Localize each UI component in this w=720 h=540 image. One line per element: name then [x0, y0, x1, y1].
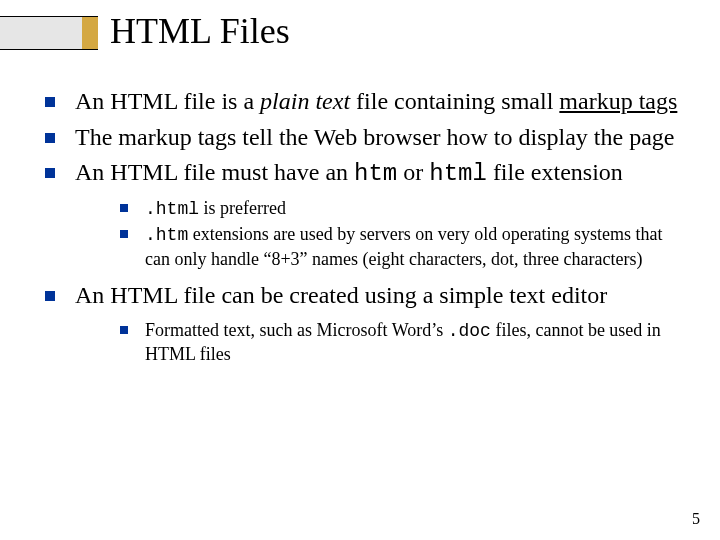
slide-body: An HTML file is a plain text file contai…	[35, 85, 685, 374]
text: An HTML file must have an	[75, 159, 354, 185]
text: is preferred	[199, 198, 286, 218]
sub-bullet-3-1: .html is preferred	[75, 197, 685, 221]
underline-markup-tags: markup tags	[559, 88, 677, 114]
title-bar-decoration	[0, 16, 82, 50]
text: An HTML file is a	[75, 88, 260, 114]
bullet-2: The markup tags tell the Web browser how…	[35, 121, 685, 155]
code-htm: htm	[354, 160, 397, 187]
code-dot-htm: .htm	[145, 225, 188, 245]
slide-title: HTML Files	[110, 10, 290, 52]
bullet-3: An HTML file must have an htm or html fi…	[35, 156, 685, 271]
bullet-1: An HTML file is a plain text file contai…	[35, 85, 685, 119]
page-number: 5	[692, 510, 700, 528]
text: or	[397, 159, 429, 185]
sub-bullet-4-1: Formatted text, such as Microsoft Word’s…	[75, 319, 685, 367]
text: file extension	[487, 159, 623, 185]
bullet-4: An HTML file can be created using a simp…	[35, 279, 685, 366]
title-accent-decoration	[82, 16, 98, 50]
text: Formatted text, such as Microsoft Word’s	[145, 320, 448, 340]
sub-bullet-3-2: .htm extensions are used by servers on v…	[75, 223, 685, 271]
text: file containing small	[350, 88, 559, 114]
text: extensions are used by servers on very o…	[145, 224, 663, 268]
code-dot-html: .html	[145, 199, 199, 219]
code-dot-doc: .doc	[448, 321, 491, 341]
text: The markup tags tell the Web browser how…	[75, 124, 674, 150]
code-html: html	[429, 160, 487, 187]
text: An HTML file can be created using a simp…	[75, 282, 607, 308]
emphasis-plain-text: plain text	[260, 88, 350, 114]
